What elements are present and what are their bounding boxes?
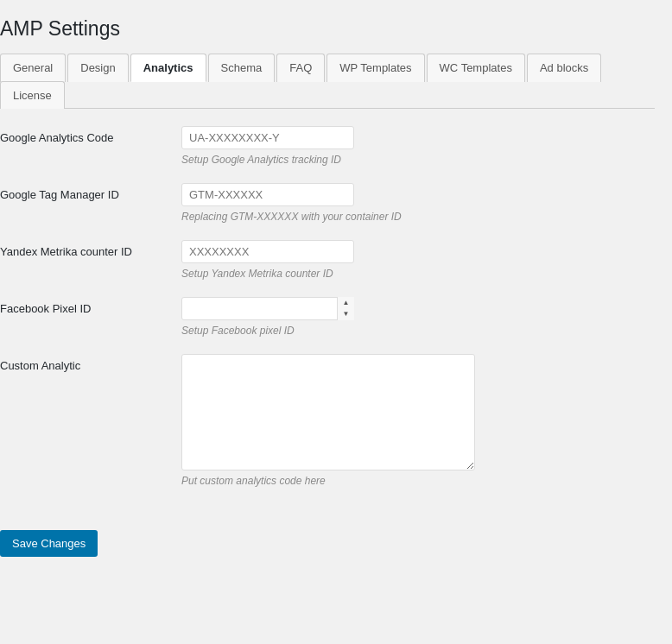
save-button[interactable]: Save Changes xyxy=(0,530,98,557)
custom-analytic-label: Custom Analytic xyxy=(0,354,181,372)
tab-ad-blocks[interactable]: Ad blocks xyxy=(527,54,601,82)
google-analytics-input[interactable] xyxy=(181,126,354,149)
tab-general[interactable]: General xyxy=(0,54,66,82)
google-tag-manager-row: Google Tag Manager ID Replacing GTM-XXXX… xyxy=(0,183,655,223)
custom-analytic-field: Put custom analytics code here xyxy=(181,354,655,487)
yandex-metrika-row: Yandex Metrika counter ID Setup Yandex M… xyxy=(0,240,655,280)
yandex-metrika-input[interactable] xyxy=(181,240,354,263)
facebook-pixel-row: Facebook Pixel ID ▲ ▼ Setup Facebook pix… xyxy=(0,297,655,337)
tab-license[interactable]: License xyxy=(0,81,65,109)
analytics-form: Google Analytics Code Setup Google Analy… xyxy=(0,126,655,521)
tab-wc-templates[interactable]: WC Templates xyxy=(427,54,525,82)
google-tag-manager-label: Google Tag Manager ID xyxy=(0,183,181,201)
facebook-pixel-down[interactable]: ▼ xyxy=(338,309,354,321)
facebook-pixel-spinner: ▲ ▼ xyxy=(337,297,354,320)
facebook-pixel-label: Facebook Pixel ID xyxy=(0,297,181,315)
tab-faq[interactable]: FAQ xyxy=(276,54,325,82)
facebook-pixel-input-wrap: ▲ ▼ xyxy=(181,297,354,320)
tab-schema[interactable]: Schema xyxy=(208,54,276,82)
tab-design[interactable]: Design xyxy=(67,54,128,82)
custom-analytic-row: Custom Analytic Put custom analytics cod… xyxy=(0,354,655,487)
facebook-pixel-hint: Setup Facebook pixel ID xyxy=(181,325,655,337)
custom-analytic-textarea[interactable] xyxy=(181,354,475,470)
yandex-metrika-field: Setup Yandex Metrika counter ID xyxy=(181,240,655,280)
custom-analytic-hint: Put custom analytics code here xyxy=(181,475,655,487)
tab-wp-templates[interactable]: WP Templates xyxy=(326,54,424,82)
page-title: AMP Settings xyxy=(0,17,655,41)
facebook-pixel-input[interactable] xyxy=(181,297,354,320)
yandex-metrika-hint: Setup Yandex Metrika counter ID xyxy=(181,268,655,280)
google-analytics-field: Setup Google Analytics tracking ID xyxy=(181,126,655,166)
facebook-pixel-field: ▲ ▼ Setup Facebook pixel ID xyxy=(181,297,655,337)
google-analytics-label: Google Analytics Code xyxy=(0,126,181,144)
tabs-nav: General Design Analytics Schema FAQ WP T… xyxy=(0,54,655,109)
google-tag-manager-hint: Replacing GTM-XXXXXX with your container… xyxy=(181,211,655,223)
tab-analytics[interactable]: Analytics xyxy=(130,54,206,82)
yandex-metrika-label: Yandex Metrika counter ID xyxy=(0,240,181,258)
facebook-pixel-up[interactable]: ▲ xyxy=(338,297,354,309)
google-analytics-hint: Setup Google Analytics tracking ID xyxy=(181,154,655,166)
google-analytics-row: Google Analytics Code Setup Google Analy… xyxy=(0,126,655,166)
google-tag-manager-input[interactable] xyxy=(181,183,354,206)
google-tag-manager-field: Replacing GTM-XXXXXX with your container… xyxy=(181,183,655,223)
